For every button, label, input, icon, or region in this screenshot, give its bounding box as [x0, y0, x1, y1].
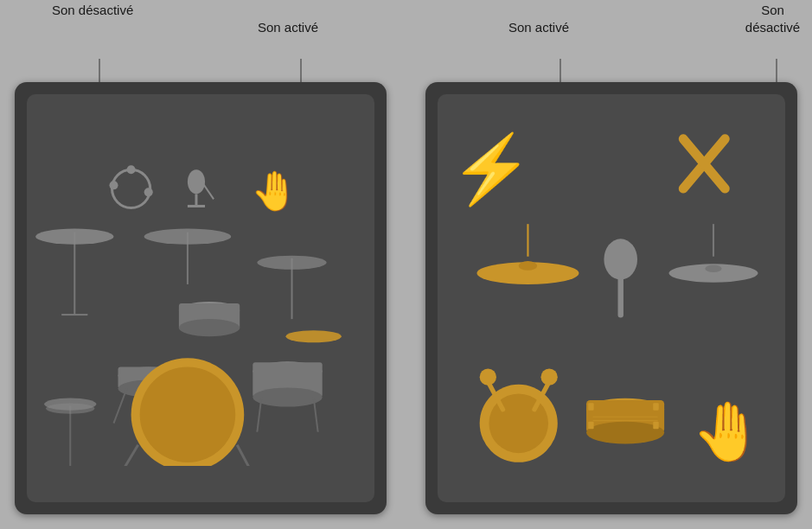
svg-point-8: [112, 169, 150, 207]
svg-point-39: [140, 366, 236, 462]
svg-line-41: [237, 445, 251, 466]
panel-gap: [393, 76, 419, 520]
panels-row: 🤚: [0, 0, 812, 529]
drum-kit-svg: 🤚: [27, 137, 374, 466]
svg-text:⚡: ⚡: [449, 130, 533, 209]
svg-rect-70: [588, 403, 593, 411]
svg-rect-71: [653, 403, 658, 411]
svg-line-28: [114, 389, 127, 424]
right-panel-half: ⚡: [419, 76, 804, 520]
svg-point-58: [705, 264, 721, 272]
svg-point-32: [179, 319, 240, 336]
svg-text:🤚: 🤚: [252, 169, 300, 214]
svg-point-24: [286, 330, 342, 342]
svg-line-40: [123, 445, 138, 466]
svg-text:🤚: 🤚: [691, 398, 763, 466]
svg-rect-72: [588, 422, 593, 430]
svg-point-21: [144, 229, 231, 245]
right-panel-inner: ⚡: [438, 94, 785, 502]
svg-point-23: [258, 256, 327, 270]
svg-point-11: [127, 165, 136, 174]
left-panel-half: 🤚: [9, 76, 393, 520]
svg-point-67: [586, 422, 664, 444]
svg-point-47: [46, 404, 94, 414]
instruments-svg: ⚡: [438, 94, 785, 502]
svg-rect-73: [653, 422, 658, 430]
main-container: Son désactivé Son activé Son activé Son …: [0, 0, 812, 529]
left-panel-inner: 🤚: [27, 94, 374, 502]
svg-point-9: [110, 181, 118, 189]
left-panel: 🤚: [15, 82, 387, 514]
right-panel: ⚡: [425, 82, 797, 514]
svg-point-53: [518, 261, 536, 271]
svg-point-54: [604, 239, 637, 279]
svg-point-10: [144, 188, 153, 196]
svg-point-64: [540, 369, 557, 386]
svg-point-62: [479, 369, 496, 386]
svg-point-35: [253, 387, 323, 406]
svg-point-19: [35, 229, 113, 245]
